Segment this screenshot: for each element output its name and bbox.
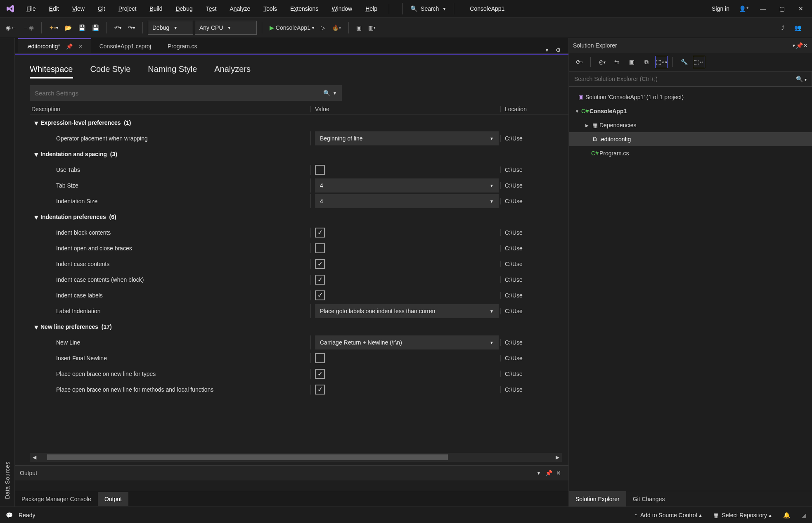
value-checkbox[interactable]	[315, 259, 325, 269]
left-pane-label[interactable]: Data Sources	[4, 38, 11, 506]
account-icon[interactable]: 👤⁺	[735, 0, 753, 17]
subtab-whitespace[interactable]: Whitespace	[30, 64, 73, 78]
pane-options-icon[interactable]: ▼	[792, 43, 796, 48]
settings-search[interactable]: 🔍 ▼	[30, 85, 342, 101]
open-button[interactable]: 📂	[62, 21, 74, 35]
menu-window[interactable]: Window	[326, 3, 358, 14]
chevron-down-icon[interactable]: ▼	[490, 199, 494, 204]
bottom-tab-output[interactable]: Output	[98, 492, 128, 506]
chevron-down-icon[interactable]: ▶	[34, 122, 39, 125]
settings-group[interactable]: ▶New line preferences (17)	[30, 319, 563, 335]
preview-icon[interactable]: ⬚↔	[693, 56, 705, 68]
menu-build[interactable]: Build	[144, 3, 168, 14]
tab-csproj[interactable]: ConsoleApp1.csproj	[91, 38, 159, 53]
soltab-explorer[interactable]: Solution Explorer	[569, 491, 626, 506]
collapse-icon[interactable]: ▣	[625, 56, 638, 68]
chevron-down-icon[interactable]: ▼	[490, 183, 494, 188]
settings-group[interactable]: ▶Expression-level preferences (1)	[30, 115, 563, 131]
hot-reload-button[interactable]: 🔥 ▾	[329, 21, 343, 35]
scope-icon[interactable]: ⬚∘ ▾	[655, 56, 668, 68]
value-dropdown[interactable]: 4▼	[315, 194, 499, 208]
start-debug-button[interactable]: ▶ ConsoleApp1 ▾	[267, 21, 317, 35]
new-item-button[interactable]: ✦▫ ▾	[47, 21, 61, 35]
chevron-down-icon[interactable]: ▶	[34, 326, 39, 329]
tree-programcs[interactable]: C# Program.cs	[569, 146, 812, 160]
chevron-down-icon[interactable]: ▼	[490, 136, 494, 141]
search-icon[interactable]: 🔍	[323, 90, 330, 96]
chevron-down-icon[interactable]: ▼	[333, 91, 337, 95]
scroll-thumb[interactable]	[47, 454, 448, 460]
select-repository[interactable]: ▦ Select Repository ▴	[713, 512, 772, 518]
value-checkbox[interactable]	[315, 228, 325, 238]
tab-editorconfig[interactable]: .editorconfig* 📌 ✕	[18, 38, 91, 53]
scroll-left-icon[interactable]: ◀	[30, 454, 39, 460]
bottom-tab-pmc[interactable]: Package Manager Console	[15, 492, 98, 506]
menu-git[interactable]: Git	[92, 3, 111, 14]
bell-icon[interactable]: 🔔	[783, 512, 790, 518]
menu-view[interactable]: View	[66, 3, 90, 14]
settings-group[interactable]: ▶Indentation preferences (6)	[30, 209, 563, 225]
start-nodebug-button[interactable]: ▷	[318, 21, 328, 35]
col-description[interactable]: Description	[30, 106, 310, 112]
config-dropdown[interactable]: Debug▼	[148, 21, 193, 35]
tree-solution-root[interactable]: ▣ Solution 'ConsoleApp1' (1 of 1 project…	[569, 90, 812, 104]
live-share-button[interactable]: 👥	[792, 21, 804, 35]
history-icon[interactable]: ◴ ▾	[596, 56, 608, 68]
tree-editorconfig[interactable]: 🗎 .editorconfig	[569, 132, 812, 146]
share-button[interactable]: ⤴	[779, 21, 787, 35]
nav-back-button[interactable]: ◉←	[3, 21, 19, 35]
value-checkbox[interactable]	[315, 275, 325, 285]
tree-dependencies[interactable]: ▶ ▦ Dependencies	[569, 118, 812, 132]
settings-group[interactable]: ▶Indentation and spacing (3)	[30, 146, 563, 162]
chevron-down-icon[interactable]: ▼	[574, 109, 580, 114]
value-checkbox[interactable]	[315, 385, 325, 395]
settings-search-input[interactable]	[35, 90, 323, 97]
pin-icon[interactable]: 📌	[66, 43, 73, 50]
undo-button[interactable]: ↶ ▾	[112, 21, 124, 35]
close-icon[interactable]: ✕	[803, 42, 808, 49]
subtab-code-style[interactable]: Code Style	[90, 64, 131, 78]
value-dropdown[interactable]: Place goto labels one indent less than c…	[315, 304, 499, 318]
menu-edit[interactable]: Edit	[43, 3, 65, 14]
window-maximize-icon[interactable]: ▢	[773, 0, 791, 17]
value-dropdown[interactable]: Carriage Return + Newline (\r\n)▼	[315, 335, 499, 349]
nav-forward-button[interactable]: →◉	[21, 21, 36, 35]
close-icon[interactable]: ✕	[78, 43, 83, 50]
platform-dropdown[interactable]: Any CPU▼	[195, 21, 257, 35]
close-icon[interactable]: ✕	[554, 470, 563, 476]
menu-help[interactable]: Help	[360, 3, 383, 14]
chevron-down-icon[interactable]: ▶	[34, 216, 39, 219]
redo-button[interactable]: ↷ ▾	[125, 21, 137, 35]
solution-search-input[interactable]	[574, 76, 796, 82]
value-checkbox[interactable]	[315, 290, 325, 300]
save-all-button[interactable]: 💾	[90, 21, 102, 35]
scroll-right-icon[interactable]: ▶	[553, 454, 562, 460]
col-location[interactable]: Location	[500, 106, 568, 112]
sign-in-link[interactable]: Sign in	[708, 5, 734, 12]
chevron-down-icon[interactable]: ▼	[490, 309, 494, 314]
title-search[interactable]: 🔍 Search ▼	[402, 3, 454, 14]
menu-file[interactable]: File	[21, 3, 42, 14]
pin-icon[interactable]: 📌	[796, 42, 803, 49]
value-checkbox[interactable]	[315, 369, 325, 379]
window-minimize-icon[interactable]: —	[754, 0, 772, 17]
menu-project[interactable]: Project	[113, 3, 142, 14]
save-button[interactable]: 💾	[76, 21, 88, 35]
output-icon[interactable]: 💬	[6, 512, 13, 518]
chevron-down-icon[interactable]: ▶	[34, 153, 39, 157]
subtab-analyzers[interactable]: Analyzers	[214, 64, 251, 78]
tree-project[interactable]: ▼ C# ConsoleApp1	[569, 104, 812, 118]
pin-icon[interactable]: 📌	[544, 470, 554, 476]
show-all-icon[interactable]: ⧉	[640, 56, 653, 68]
value-dropdown[interactable]: Beginning of line▼	[315, 131, 499, 145]
value-dropdown[interactable]: 4▼	[315, 178, 499, 193]
menu-test[interactable]: Test	[200, 3, 223, 14]
sync-icon[interactable]: ⇆	[611, 56, 623, 68]
window-close-icon[interactable]: ✕	[792, 0, 810, 17]
home-icon[interactable]: ⟳▫	[573, 56, 585, 68]
col-value[interactable]: Value	[310, 106, 500, 112]
left-collapsed-pane[interactable]: Data Sources	[0, 38, 15, 506]
horizontal-scrollbar[interactable]: ◀ ▶	[30, 453, 562, 462]
subtab-naming-style[interactable]: Naming Style	[148, 64, 197, 78]
output-dropdown-icon[interactable]: ▼	[534, 471, 544, 475]
